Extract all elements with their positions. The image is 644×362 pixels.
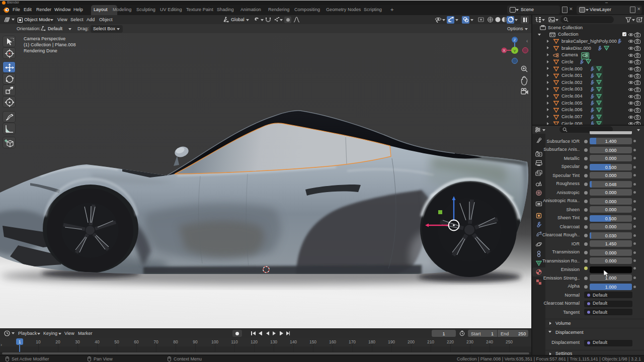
svg-text:Y: Y — [513, 49, 516, 53]
svg-text:X: X — [503, 48, 506, 53]
svg-text:Z: Z — [514, 38, 516, 42]
